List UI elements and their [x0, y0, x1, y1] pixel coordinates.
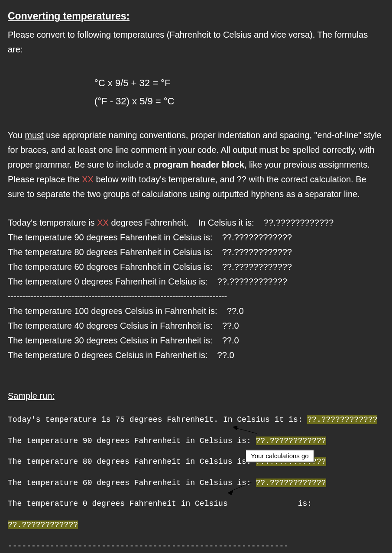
out-l1b: degrees Fahrenheit. In Celsius it is: ??… [109, 218, 334, 227]
output-line-7: The temperature 40 degrees Celsius in Fa… [8, 318, 384, 333]
s4h: ??.???????????? [256, 479, 326, 487]
output-line-5: The temperature 0 degrees Fahrenheit in … [8, 274, 384, 289]
sample-line-4: The temperature 60 degrees Fahrenheit in… [8, 478, 384, 488]
sample-line-5: The temperature 0 degrees Fahrenheit in … [8, 498, 384, 509]
formula-c-to-f: °C x 9/5 + 32 = °F [94, 74, 384, 92]
output-line-9: The temperature 0 degrees Celsius in Fah… [8, 348, 384, 362]
output-line-3: The temperature 80 degrees Fahrenheit in… [8, 245, 384, 259]
s1h: ??.???????????? [307, 415, 377, 424]
sample-line-5b: ??.???????????? [8, 520, 384, 530]
output-separator: ----------------------------------------… [8, 289, 384, 304]
s3a: The temperature 80 degrees Fahrenheit in… [8, 457, 256, 466]
s5a: The temperature 0 degrees Fahrenheit in … [8, 499, 317, 508]
instr-text-a: You [8, 130, 25, 140]
s2h: ??.???????????? [256, 437, 326, 445]
svg-line-2 [230, 482, 252, 492]
callout-label: Your calculations go [245, 450, 314, 462]
intro-paragraph: Please convert to following temperatures… [8, 27, 384, 57]
output-line-6: The temperature 100 degrees Celsius in F… [8, 304, 384, 318]
sample-separator: ----------------------------------------… [8, 541, 384, 551]
callout-arrow-2 [228, 482, 254, 495]
sample-run-block: Today's temperature is 75 degrees Fahren… [8, 404, 384, 553]
output-line-2: The temperature 90 degrees Fahrenheit in… [8, 230, 384, 245]
document-page: Converting temperatures: Please convert … [0, 0, 392, 553]
s4a: The temperature 60 degrees Fahrenheit in… [8, 479, 256, 487]
svg-marker-1 [233, 426, 237, 430]
s1a: Today's temperature is 75 degrees Fahren… [8, 415, 307, 424]
sample-line-1: Today's temperature is 75 degrees Fahren… [8, 414, 384, 425]
xx-inline: XX [97, 218, 109, 227]
instructions-paragraph: You must use appropriate naming conventi… [8, 128, 384, 201]
expected-output-block: Today's temperature is XX degrees Fahren… [8, 215, 384, 362]
output-line-4: The temperature 60 degrees Fahrenheit in… [8, 259, 384, 274]
sample-line-3: The temperature 80 degrees Fahrenheit in… [8, 456, 384, 467]
formula-f-to-c: (°F - 32) x 5/9 = °C [94, 92, 384, 110]
instr-must: must [25, 130, 43, 140]
formula-block: °C x 9/5 + 32 = °F (°F - 32) x 5/9 = °C [94, 74, 384, 110]
program-header-block: program header block [153, 160, 244, 169]
s2a: The temperature 90 degrees Fahrenheit in… [8, 437, 256, 445]
xx-placeholder: XX [82, 175, 94, 184]
s5h: ??.???????????? [8, 521, 78, 529]
callout-arrow-1 [233, 426, 259, 434]
output-line-1: Today's temperature is XX degrees Fahren… [8, 215, 384, 230]
svg-line-0 [235, 428, 257, 433]
output-line-8: The temperature 30 degrees Celsius in Fa… [8, 333, 384, 348]
section-heading: Converting temperatures: [8, 8, 384, 25]
out-l1a: Today's temperature is [8, 218, 97, 227]
sample-line-2: The temperature 90 degrees Fahrenheit in… [8, 436, 384, 446]
sample-run-heading: Sample run: [8, 388, 384, 403]
